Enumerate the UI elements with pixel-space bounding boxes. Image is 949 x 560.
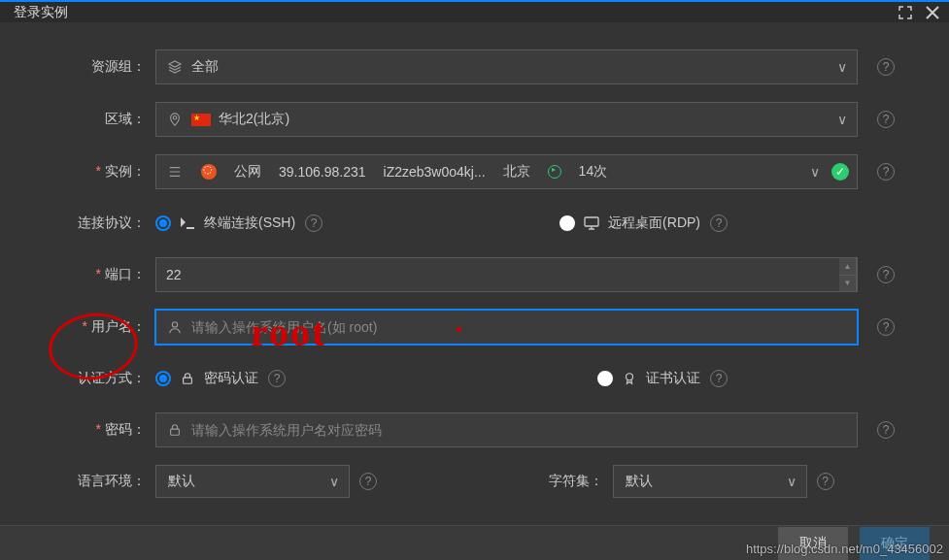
help-icon[interactable]: ? [877,58,895,76]
label-locale: 语言环境： [47,473,155,490]
titlebar: 登录实例 [0,0,949,22]
spinner-down[interactable]: ▼ [839,276,856,292]
chevron-down-icon: ∨ [329,474,339,489]
label-region: 区域： [47,111,155,128]
help-icon[interactable]: ? [305,214,322,232]
row-auth: 认证方式： 密码认证 ? 证书认证 ? [47,362,895,395]
help-icon[interactable]: ? [877,421,895,439]
svg-point-0 [173,116,177,120]
flag-cn-icon [191,114,211,126]
svg-rect-1 [585,217,598,226]
row-region: 区域： 华北2(北京) ∨ ? [47,102,895,137]
status-running-icon [548,165,561,179]
radio-selected-icon [155,371,171,386]
lock-icon [179,370,196,387]
resource-group-value: 全部 [191,58,219,76]
help-icon[interactable]: ? [877,163,895,181]
help-icon[interactable]: ? [877,266,895,283]
username-input-wrap [155,310,858,345]
chevron-down-icon: ∨ [837,59,847,75]
watermark-text: https://blog.csdn.net/m0_43456002 [746,542,943,556]
certificate-icon [621,370,638,387]
stack-icon [166,58,184,76]
auth-password-label: 密码认证 [204,370,258,387]
instance-ip: 39.106.98.231 [279,164,366,180]
svg-point-4 [627,374,633,380]
check-icon: ✓ [831,163,849,181]
region-select[interactable]: 华北2(北京) ∨ [155,102,858,137]
locale-value: 默认 [168,473,195,490]
help-icon[interactable]: ? [817,473,834,490]
help-icon[interactable]: ? [268,370,286,387]
instance-count: 14次 [579,163,608,181]
terminal-icon [179,214,196,232]
charset-select[interactable]: 默认 ∨ [613,465,807,498]
svg-rect-3 [184,378,192,383]
password-input-wrap [155,412,858,447]
dialog-body: 资源组： 全部 ∨ ? 区域： [0,22,949,525]
svg-point-2 [172,322,177,327]
chevron-down-icon: ∨ [837,112,847,127]
dialog-title: 登录实例 [14,4,68,21]
label-auth: 认证方式： [47,370,155,387]
instance-net: 公网 [234,163,261,181]
label-charset: 字符集： [545,473,613,490]
instance-select[interactable]: 公网 39.106.98.231 iZ2zeb3w0o4kj... 北京 14次… [155,154,858,189]
titlebar-controls [898,6,939,19]
maximize-icon[interactable] [898,6,912,19]
desktop-icon [583,214,600,232]
label-port: 端口： [47,266,155,283]
password-input[interactable] [191,413,847,446]
port-input[interactable] [166,258,839,291]
row-port: 端口： ▲ ▼ ? [47,257,895,292]
row-username: 用户名： ? [47,310,895,345]
help-icon[interactable]: ? [877,111,895,128]
help-icon[interactable]: ? [359,473,377,490]
username-input[interactable] [191,311,847,344]
svg-rect-5 [171,429,180,435]
label-username: 用户名： [47,318,155,336]
ubuntu-icon [201,164,217,180]
help-icon[interactable]: ? [877,318,895,336]
location-icon [166,111,184,128]
protocol-rdp-option[interactable]: 远程桌面(RDP) ? [559,214,728,232]
label-password: 密码： [47,421,155,439]
close-icon[interactable] [926,6,939,19]
row-password: 密码： ? [47,412,895,447]
radio-selected-icon [155,215,171,231]
resource-group-select[interactable]: 全部 ∨ [155,49,858,84]
label-resource-group: 资源组： [47,58,155,76]
row-instance: 实例： 公网 39.106.98.231 iZ2zeb3w0o4kj... 北京… [47,154,895,189]
user-icon [166,318,184,336]
region-value: 华北2(北京) [219,111,289,128]
auth-cert-option[interactable]: 证书认证 ? [597,370,728,387]
spinner-up[interactable]: ▲ [839,258,856,276]
instance-id: iZ2zeb3w0o4kj... [384,164,486,180]
row-protocol: 连接协议： 终端连接(SSH) ? 远程桌面(RDP) [47,207,895,240]
chevron-down-icon: ∨ [787,474,796,489]
charset-value: 默认 [626,473,653,490]
label-instance: 实例： [47,163,155,181]
row-locale-charset: 语言环境： 默认 ∨ ? 字符集： 默认 ∨ ? [47,465,895,498]
list-icon [166,163,184,181]
port-spinner: ▲ ▼ [839,257,857,292]
locale-select[interactable]: 默认 ∨ [155,465,350,498]
lock-icon [166,421,184,439]
chevron-down-icon: ∨ [810,164,820,180]
port-input-wrap: ▲ ▼ [155,257,858,292]
label-protocol: 连接协议： [47,214,155,232]
auth-cert-label: 证书认证 [646,370,700,387]
auth-password-option[interactable]: 密码认证 ? [155,370,286,387]
instance-loc: 北京 [503,163,530,181]
protocol-ssh-option[interactable]: 终端连接(SSH) ? [155,214,322,232]
radio-unselected-icon [597,371,613,386]
login-instance-dialog: 登录实例 资源组： 全部 [0,0,949,560]
protocol-ssh-label: 终端连接(SSH) [204,214,295,232]
help-icon[interactable]: ? [710,214,728,232]
help-icon[interactable]: ? [710,370,728,387]
protocol-rdp-label: 远程桌面(RDP) [608,214,700,232]
row-resource-group: 资源组： 全部 ∨ ? [47,49,895,84]
radio-unselected-icon [559,215,575,231]
